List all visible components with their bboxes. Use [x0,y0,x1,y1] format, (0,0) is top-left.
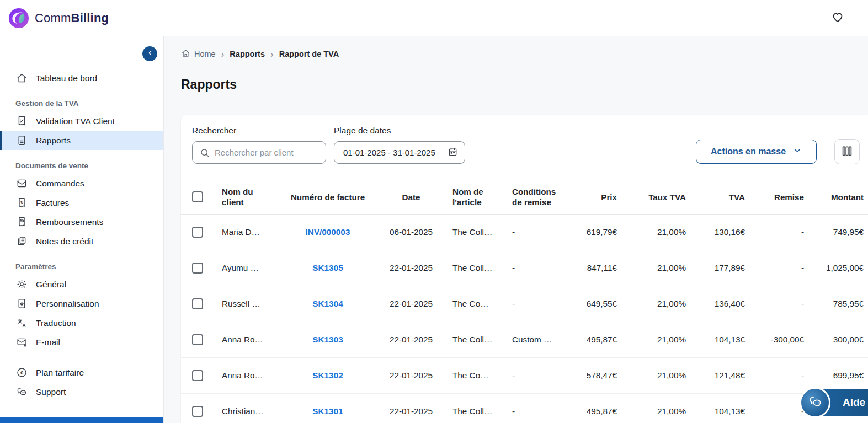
sidebar-item-notes-de-credit[interactable]: Notes de crédit [0,232,163,251]
brand-name-bold: Billing [71,11,109,25]
table-row: Maria D… INV/000003 06-01-2025 The Coll…… [181,215,868,250]
sidebar-item-commandes[interactable]: Commandes [0,174,163,193]
invoice-link[interactable]: INV/000003 [306,227,350,237]
sidebar-item-support[interactable]: Support [0,382,163,401]
cell-article: The Coll… [436,406,512,416]
page-title: Rapports [181,77,237,92]
sidebar-item-label: Commandes [36,179,84,189]
invoice-link[interactable]: SK1302 [312,371,343,380]
invoice-link[interactable]: SK1301 [312,406,343,416]
sidebar-item-label: Validation TVA Client [36,116,115,126]
search-box [192,141,326,164]
filters-bar: Rechercher Plage de dates 01-01-2025 - 3… [181,115,868,180]
cell-date: 22-01-2025 [369,335,436,345]
reports-card: Rechercher Plage de dates 01-01-2025 - 3… [181,115,868,423]
gear-icon [15,279,28,290]
sidebar-item-label: Support [36,387,66,397]
column-header-remise[interactable]: Remise [745,192,804,202]
sidebar-item-label: Tableau de bord [36,73,97,83]
cell-client: Anna Ro… [214,335,287,345]
cell-date: 22-01-2025 [369,299,436,309]
bulk-actions-button[interactable]: Actions en masse [696,140,817,164]
sidebar-section-gestion-tva: Gestion de la TVA [0,99,163,108]
sidebar-item-general[interactable]: Général [0,275,163,294]
brand[interactable]: CommBilling [8,8,109,29]
column-header-conditions-remise[interactable]: Conditions de remise [512,186,563,207]
invoice-link[interactable]: SK1303 [312,335,343,344]
cell-remise: - [745,299,804,309]
reports-icon [15,135,28,146]
column-header-numero-de-facture[interactable]: Numéro de facture [287,192,369,202]
breadcrumb: Home › Rapports › Rapport de TVA [181,49,339,60]
sidebar-collapse-button[interactable] [142,46,157,61]
column-header-date[interactable]: Date [369,192,436,202]
app-header: CommBilling [0,0,868,36]
cell-montant: 785,95€ [804,299,864,309]
column-header-nom-article[interactable]: Nom de l'article [436,186,512,207]
sidebar-item-traduction[interactable]: A Traduction [0,313,163,333]
home-icon [181,49,190,60]
sidebar-item-email[interactable]: E-mail [0,333,163,352]
cell-conditions: - [512,406,563,416]
column-settings-button[interactable] [834,139,860,164]
cell-remise: - [745,227,804,237]
sidebar-item-label: E-mail [36,338,60,347]
column-header-montant[interactable]: Montant [804,192,864,202]
main-content: Home › Rapports › Rapport de TVA Rapport… [164,36,868,423]
row-checkbox[interactable] [192,227,203,238]
calendar-icon [448,147,458,159]
sidebar-item-tableau-de-bord[interactable]: Tableau de bord [0,68,163,88]
search-input[interactable] [193,142,326,163]
row-checkbox[interactable] [192,370,203,381]
help-chat-button[interactable] [800,387,830,418]
breadcrumb-rapports[interactable]: Rapports [230,50,265,58]
row-checkbox[interactable] [192,263,203,274]
cell-article: The Co… [436,299,512,309]
help-chat-icon [808,394,823,411]
cell-montant: 749,95€ [804,227,864,237]
cell-conditions: - [512,299,563,309]
cell-remise: - [745,263,804,273]
svg-text:A: A [22,323,25,328]
date-range-field[interactable]: 01-01-2025 - 31-01-2025 [334,141,465,164]
column-header-tva[interactable]: TVA [686,192,745,202]
cell-remise: - [745,406,804,416]
cell-montant: 1,025,00€ [804,263,864,273]
row-checkbox[interactable] [192,406,203,417]
sidebar-item-validation-tva-client[interactable]: Validation TVA Client [0,111,163,131]
row-checkbox[interactable] [192,334,203,345]
chevron-down-icon [793,146,802,157]
sidebar-item-remboursements[interactable]: Remboursements [0,212,163,232]
sidebar-item-personnalisation[interactable]: Personnalisation [0,294,163,313]
row-checkbox[interactable] [192,298,203,309]
date-range-label: Plage de dates [334,126,465,136]
column-header-taux-tva[interactable]: Taux TVA [617,192,686,202]
cell-remise: - [745,371,804,381]
cell-prix: 847,11€ [563,263,617,273]
column-header-prix[interactable]: Prix [563,192,617,202]
cell-article: The Coll… [436,227,512,237]
select-all-checkbox[interactable] [192,191,203,202]
sidebar-item-label: Plan tarifaire [36,368,84,378]
table-row: Christian… SK1301 22-01-2025 The Coll… -… [181,394,868,423]
column-header-nom-du-client[interactable]: Nom du client [214,186,287,207]
cell-conditions: - [512,371,563,381]
invoice-link[interactable]: SK1305 [312,263,343,272]
sidebar-bottom-bar[interactable] [0,417,163,423]
date-filter-group: Plage de dates 01-01-2025 - 31-01-2025 [334,126,465,164]
table-row: Anna Ro… SK1303 22-01-2025 The Coll… Cus… [181,322,868,358]
breadcrumb-home[interactable]: Home [181,49,216,60]
sidebar-item-label: Personnalisation [36,299,99,309]
cell-prix: 619,79€ [563,227,617,237]
invoice-link[interactable]: SK1304 [312,299,343,308]
help-button-label: Aide [843,397,865,409]
table-row: Anna Ro… SK1302 22-01-2025 The Co… - 578… [181,358,868,394]
sidebar-item-rapports[interactable]: Rapports [0,131,163,150]
cell-conditions: - [512,263,563,273]
favorites-button[interactable] [830,9,845,26]
cell-date: 22-01-2025 [369,371,436,381]
cell-conditions: Custom … [512,335,563,345]
sidebar-item-plan-tarifaire[interactable]: € Plan tarifaire [0,363,163,382]
breadcrumb-current-page: Rapport de TVA [279,50,339,58]
sidebar-item-factures[interactable]: € Factures [0,193,163,212]
